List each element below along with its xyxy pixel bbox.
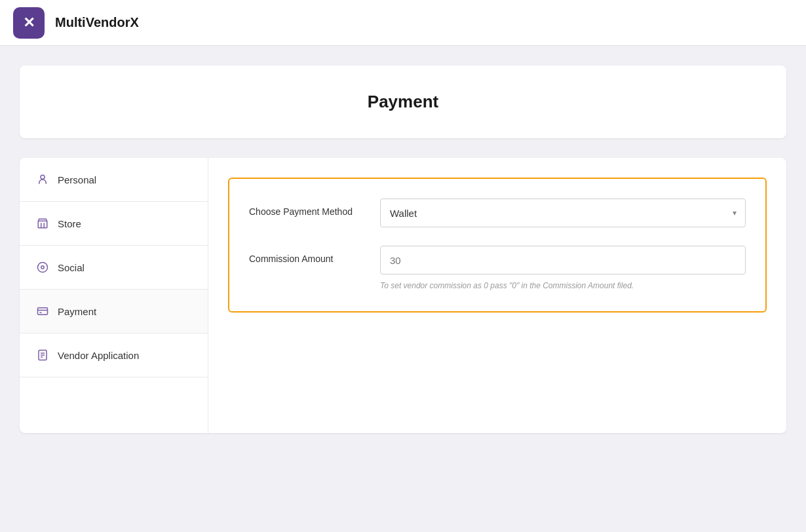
social-icon — [35, 260, 50, 275]
svg-rect-6 — [38, 308, 48, 315]
svg-rect-1 — [38, 221, 47, 228]
commission-amount-label: Commission Amount — [249, 246, 380, 266]
right-panel: Choose Payment Method Wallet PayPal Bank… — [208, 158, 786, 433]
svg-point-0 — [41, 175, 45, 179]
sidebar-item-vendor-application[interactable]: Vendor Application — [20, 333, 208, 377]
commission-amount-row: Commission Amount To set vendor commissi… — [249, 246, 746, 292]
app-title: MultiVendorX — [55, 15, 139, 30]
vendor-icon — [35, 348, 50, 362]
sidebar-nav: Personal Store — [20, 158, 208, 433]
commission-amount-input[interactable] — [380, 246, 746, 275]
svg-point-5 — [41, 266, 45, 269]
sidebar-item-personal[interactable]: Personal — [20, 158, 208, 202]
store-icon — [35, 216, 50, 231]
commission-amount-control: To set vendor commission as 0 pass "0" i… — [380, 246, 746, 292]
sidebar-item-social[interactable]: Social — [20, 246, 208, 290]
payment-icon — [35, 304, 50, 318]
sidebar-item-payment[interactable]: Payment — [20, 290, 208, 333]
person-icon — [35, 172, 50, 187]
payment-method-select-wrapper: Wallet PayPal Bank Transfer Stripe ▾ — [380, 199, 746, 227]
svg-point-4 — [38, 263, 48, 273]
sidebar-item-personal-label: Personal — [58, 174, 96, 185]
sidebar-item-store[interactable]: Store — [20, 202, 208, 246]
page-title-card: Payment — [20, 66, 786, 138]
sidebar-item-social-label: Social — [58, 262, 85, 273]
sidebar-item-store-label: Store — [58, 218, 81, 229]
payment-method-row: Choose Payment Method Wallet PayPal Bank… — [249, 199, 746, 227]
sidebar-item-vendor-application-label: Vendor Application — [58, 350, 139, 361]
commission-hint: To set vendor commission as 0 pass "0" i… — [380, 280, 746, 292]
payment-section: Choose Payment Method Wallet PayPal Bank… — [228, 178, 767, 313]
payment-method-control: Wallet PayPal Bank Transfer Stripe ▾ — [380, 199, 746, 227]
payment-method-label: Choose Payment Method — [249, 199, 380, 219]
main-content: Payment Personal — [0, 46, 806, 532]
app-logo: ✕ — [13, 7, 45, 39]
payment-method-select[interactable]: Wallet PayPal Bank Transfer Stripe — [380, 199, 746, 227]
content-layout: Personal Store — [20, 158, 786, 433]
logo-icon: ✕ — [23, 14, 35, 31]
page-title: Payment — [33, 92, 773, 112]
app-header: ✕ MultiVendorX — [0, 0, 806, 46]
sidebar-item-payment-label: Payment — [58, 306, 96, 317]
